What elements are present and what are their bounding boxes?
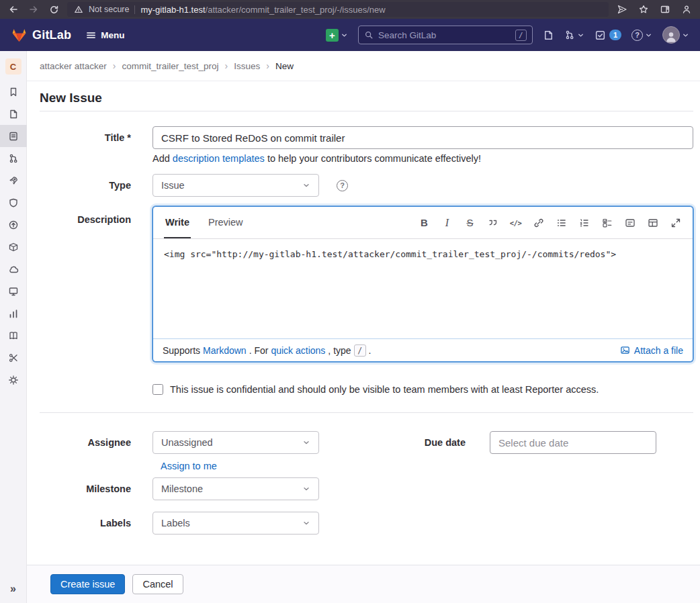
global-search[interactable]: /: [358, 26, 533, 44]
strikethrough-button[interactable]: S: [464, 216, 476, 230]
project-avatar[interactable]: C: [5, 58, 21, 75]
url-separator: [134, 5, 135, 14]
browser-reload-button[interactable]: [47, 3, 60, 16]
sidebar-item-deployments[interactable]: [0, 214, 27, 236]
end-text: .: [369, 345, 371, 356]
todo-count-badge: 1: [609, 30, 621, 40]
issue-type-dropdown[interactable]: Issue: [152, 174, 319, 197]
sidebar-item-project-information[interactable]: [0, 81, 27, 103]
help-prefix: Add: [152, 153, 173, 164]
divider: [40, 111, 693, 111]
search-shortcut-key: /: [515, 30, 527, 41]
markdown-editor: Write Preview B I S </>: [152, 206, 693, 362]
avatar-person-icon: [664, 30, 678, 43]
sidebar-item-issues[interactable]: [0, 125, 27, 147]
milestone-dropdown[interactable]: Milestone: [152, 477, 319, 500]
chevron-down-icon: [682, 32, 689, 39]
table-button[interactable]: [646, 216, 659, 230]
user-menu-dropdown[interactable]: [662, 26, 689, 44]
sidebar-item-wiki[interactable]: [0, 324, 27, 346]
sidebar-item-analytics[interactable]: [0, 302, 27, 324]
sidebar-item-infrastructure[interactable]: [0, 258, 27, 280]
sidebar-item-repository[interactable]: [0, 103, 27, 125]
sidebar-collapse-button[interactable]: »: [0, 575, 27, 603]
slash-kbd: /: [354, 344, 366, 357]
labels-dropdown[interactable]: Labels: [152, 512, 319, 535]
project-information-icon: [8, 87, 19, 97]
new-issue-form: New Issue Title * Add description templa…: [27, 81, 700, 565]
tab-preview[interactable]: Preview: [207, 207, 245, 238]
link-button[interactable]: [532, 216, 545, 230]
description-textarea[interactable]: <img src="http://my-gitlab-h1.test/attac…: [153, 239, 693, 338]
browser-side-panel-button[interactable]: [658, 3, 672, 16]
assign-to-me-link[interactable]: Assign to me: [161, 461, 217, 471]
breadcrumb-issues[interactable]: Issues: [234, 61, 260, 71]
gitlab-wordmark: GitLab: [32, 28, 71, 42]
bullet-list-button[interactable]: [555, 216, 568, 230]
assignee-dropdown[interactable]: Unassigned: [152, 431, 319, 454]
type-help-icon[interactable]: ?: [337, 180, 348, 191]
book-icon: [8, 330, 19, 341]
collapsible-section-button[interactable]: [623, 216, 636, 230]
sidebar-item-monitor[interactable]: [0, 280, 27, 302]
table-icon: [648, 218, 658, 228]
browser-bookmark-button[interactable]: [637, 3, 650, 16]
issues-dashboard-button[interactable]: [543, 30, 554, 41]
search-icon: [364, 30, 374, 40]
gear-icon: [8, 375, 19, 385]
cancel-button[interactable]: Cancel: [132, 574, 183, 594]
browser-back-button[interactable]: [7, 3, 20, 16]
browser-forward-button[interactable]: [27, 3, 40, 16]
markdown-help-text: Supports Markdown . For quick actions , …: [163, 344, 371, 357]
labels-label: Labels: [40, 518, 131, 528]
image-icon: [620, 345, 630, 355]
browser-send-button[interactable]: [615, 3, 629, 16]
create-issue-button[interactable]: Create issue: [50, 574, 125, 594]
search-input[interactable]: [378, 30, 511, 40]
code-button[interactable]: </>: [509, 216, 522, 230]
bullet-list-icon: [556, 218, 567, 228]
sidebar-item-settings[interactable]: [0, 369, 27, 391]
merge-requests-dropdown[interactable]: [564, 30, 584, 40]
link-icon: [533, 218, 544, 228]
issue-title-input[interactable]: [152, 126, 693, 149]
numbered-list-button[interactable]: [578, 216, 590, 230]
fullscreen-button[interactable]: [669, 216, 682, 230]
chevron-down-icon: [645, 32, 652, 39]
hamburger-icon: [86, 30, 96, 40]
deployments-icon: [8, 220, 19, 230]
breadcrumb-separator: ›: [225, 60, 228, 71]
sidebar-item-security[interactable]: [0, 191, 27, 214]
breadcrumb-project[interactable]: commit_trailer_test_proj: [122, 61, 218, 71]
attach-file-button[interactable]: Attach a file: [620, 345, 683, 356]
quote-button[interactable]: [486, 216, 499, 230]
not-secure-label: Not secure: [89, 5, 129, 14]
new-item-dropdown[interactable]: +: [326, 29, 348, 42]
sidebar-item-ci-cd[interactable]: [0, 169, 27, 191]
tab-write[interactable]: Write: [164, 207, 191, 238]
quick-actions-link[interactable]: quick actions: [271, 345, 325, 356]
url-bar[interactable]: Not secure my-gitlab-h1.test/attacker/co…: [67, 2, 609, 17]
italic-button[interactable]: I: [441, 216, 453, 230]
profile-person-icon: [681, 4, 692, 15]
form-actions: Create issue Cancel: [27, 565, 700, 603]
menu-button[interactable]: Menu: [86, 30, 124, 40]
sidebar-item-snippets[interactable]: [0, 346, 27, 369]
sidebar-item-merge-requests[interactable]: [0, 147, 27, 169]
assignee-value: Unassigned: [161, 437, 213, 448]
bold-button[interactable]: B: [418, 216, 431, 230]
description-templates-link[interactable]: description templates: [173, 153, 265, 164]
breadcrumb-group[interactable]: attacker attacker: [40, 61, 107, 71]
help-dropdown[interactable]: ?: [631, 30, 652, 41]
due-date-input[interactable]: [490, 431, 656, 454]
browser-profile-button[interactable]: [680, 3, 693, 16]
type-text: , type: [328, 345, 351, 356]
supports-text: Supports: [163, 345, 200, 356]
sidebar-item-packages[interactable]: [0, 236, 27, 258]
confidential-checkbox[interactable]: [152, 384, 163, 395]
gitlab-home-link[interactable]: GitLab: [11, 27, 71, 43]
markdown-link[interactable]: Markdown: [203, 345, 247, 356]
todos-button[interactable]: 1: [595, 30, 621, 41]
browser-chrome: Not secure my-gitlab-h1.test/attacker/co…: [0, 0, 700, 19]
task-list-button[interactable]: [601, 216, 613, 230]
